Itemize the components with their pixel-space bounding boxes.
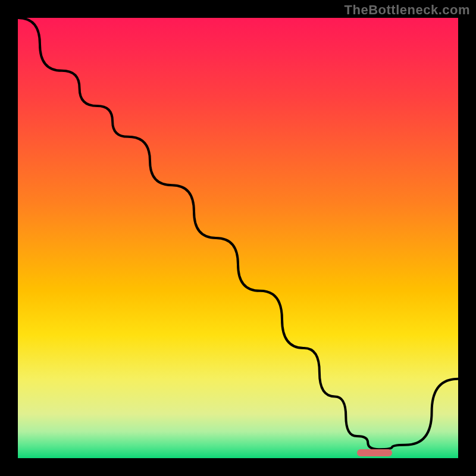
bottleneck-curve-path [18,18,458,449]
curve-layer [18,18,458,458]
chart-frame: TheBottleneck.com [0,0,476,476]
plot-area [18,18,458,458]
watermark-text: TheBottleneck.com [345,2,470,18]
optimal-range-marker [357,449,392,456]
